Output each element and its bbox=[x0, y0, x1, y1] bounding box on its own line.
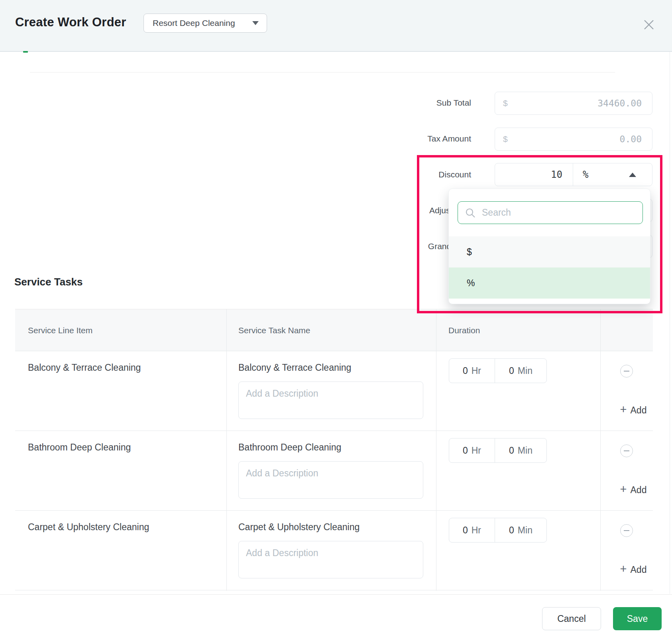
column-header-task-name: Service Task Name bbox=[238, 309, 310, 351]
service-tasks-heading: Service Tasks bbox=[14, 276, 83, 288]
hours-value: 0 bbox=[463, 366, 468, 376]
footer-divider bbox=[0, 594, 672, 595]
service-task-name: Balcony & Terrace Cleaning bbox=[238, 362, 351, 373]
page-title: Create Work Order bbox=[15, 15, 126, 29]
table-row: Balcony & Terrace Cleaning Balcony & Ter… bbox=[15, 351, 653, 431]
minus-circle-icon bbox=[624, 450, 629, 451]
minus-circle-icon bbox=[624, 371, 629, 372]
line-item-name: Bathroom Deep Cleaning bbox=[28, 442, 131, 453]
cancel-button[interactable]: Cancel bbox=[542, 607, 601, 630]
close-icon bbox=[643, 19, 655, 31]
add-button-label: Add bbox=[631, 405, 647, 416]
discount-control: % bbox=[495, 163, 652, 186]
tax-amount-field: $ bbox=[495, 128, 652, 151]
plus-icon: + bbox=[620, 404, 627, 415]
minutes-field[interactable]: 0 Min bbox=[495, 438, 546, 462]
description-input[interactable] bbox=[239, 541, 423, 578]
add-task-button[interactable]: + Add bbox=[607, 563, 659, 576]
hours-field[interactable]: 0 Hr bbox=[449, 438, 495, 462]
description-field bbox=[238, 461, 423, 499]
remove-row-button[interactable] bbox=[620, 444, 633, 457]
duration-control: 0 Hr 0 Min bbox=[449, 438, 547, 463]
template-dropdown[interactable]: Resort Deep Cleaning bbox=[143, 14, 267, 33]
add-button-label: Add bbox=[631, 485, 647, 495]
hours-unit-label: Hr bbox=[472, 525, 481, 536]
subtotal-label: Sub Total bbox=[359, 98, 471, 108]
column-header-line-item: Service Line Item bbox=[28, 309, 92, 351]
chevron-up-icon bbox=[629, 173, 636, 177]
hours-field[interactable]: 0 Hr bbox=[449, 518, 495, 542]
line-item-name: Balcony & Terrace Cleaning bbox=[28, 362, 141, 373]
create-work-order-modal: Create Work Order Resort Deep Cleaning S… bbox=[0, 0, 672, 641]
discount-unit-dropdown-panel: $ % bbox=[448, 189, 650, 304]
service-task-name: Carpet & Upholstery Cleaning bbox=[238, 522, 360, 533]
description-input[interactable] bbox=[239, 382, 423, 419]
minutes-value: 0 bbox=[509, 445, 514, 456]
search-icon bbox=[465, 208, 476, 218]
hours-unit-label: Hr bbox=[472, 366, 481, 376]
option-dollar[interactable]: $ bbox=[449, 236, 650, 267]
service-tasks-table: Service Line Item Service Task Name Dura… bbox=[15, 309, 653, 590]
add-task-button[interactable]: + Add bbox=[607, 403, 659, 417]
clipped-element-artifact bbox=[23, 51, 28, 53]
hours-unit-label: Hr bbox=[472, 445, 481, 456]
currency-prefix: $ bbox=[503, 98, 508, 108]
tax-amount-label: Tax Amount bbox=[359, 134, 471, 144]
close-button[interactable] bbox=[641, 17, 657, 33]
plus-icon: + bbox=[620, 484, 627, 495]
minus-circle-icon bbox=[624, 530, 629, 531]
dropdown-search-field bbox=[458, 201, 643, 224]
discount-unit-select[interactable]: % bbox=[573, 163, 652, 186]
description-field bbox=[238, 381, 423, 419]
remove-row-button[interactable] bbox=[620, 524, 633, 537]
duration-control: 0 Hr 0 Min bbox=[449, 518, 547, 543]
hours-value: 0 bbox=[463, 445, 468, 456]
subtotal-field: $ bbox=[495, 92, 652, 115]
table-row: Bathroom Deep Cleaning Bathroom Deep Cle… bbox=[15, 431, 653, 511]
add-button-label: Add bbox=[631, 564, 647, 575]
currency-prefix: $ bbox=[503, 134, 508, 144]
discount-label: Discount bbox=[359, 170, 471, 179]
hours-value: 0 bbox=[463, 525, 468, 536]
remove-row-button[interactable] bbox=[620, 365, 633, 378]
minutes-value: 0 bbox=[509, 525, 514, 536]
minutes-unit-label: Min bbox=[518, 445, 532, 456]
option-percent-selected[interactable]: % bbox=[449, 267, 650, 299]
minutes-value: 0 bbox=[509, 366, 514, 376]
description-input[interactable] bbox=[239, 462, 423, 498]
save-button[interactable]: Save bbox=[613, 607, 662, 630]
table-header-row: Service Line Item Service Task Name Dura… bbox=[15, 309, 653, 351]
subtotal-input[interactable] bbox=[508, 98, 642, 108]
column-header-duration: Duration bbox=[448, 309, 480, 351]
template-dropdown-value: Resort Deep Cleaning bbox=[153, 18, 235, 28]
hours-field[interactable]: 0 Hr bbox=[449, 359, 495, 383]
add-task-button[interactable]: + Add bbox=[607, 483, 659, 497]
minutes-field[interactable]: 0 Min bbox=[495, 518, 546, 542]
discount-value-field bbox=[495, 163, 573, 186]
chevron-down-icon bbox=[252, 21, 259, 25]
modal-right-border bbox=[670, 52, 670, 594]
description-field bbox=[238, 541, 423, 578]
service-task-name: Bathroom Deep Cleaning bbox=[238, 442, 341, 453]
plus-icon: + bbox=[620, 563, 627, 575]
dropdown-search-input[interactable] bbox=[481, 207, 637, 218]
duration-control: 0 Hr 0 Min bbox=[449, 358, 547, 383]
line-item-name: Carpet & Upholstery Cleaning bbox=[28, 522, 149, 533]
section-divider bbox=[30, 72, 615, 73]
minutes-unit-label: Min bbox=[518, 366, 532, 376]
tax-amount-input[interactable] bbox=[508, 134, 642, 144]
minutes-unit-label: Min bbox=[518, 525, 532, 536]
minutes-field[interactable]: 0 Min bbox=[495, 359, 546, 383]
discount-unit-value: % bbox=[583, 169, 588, 180]
discount-value-input[interactable] bbox=[495, 169, 573, 180]
table-row: Carpet & Upholstery Cleaning Carpet & Up… bbox=[15, 511, 653, 590]
